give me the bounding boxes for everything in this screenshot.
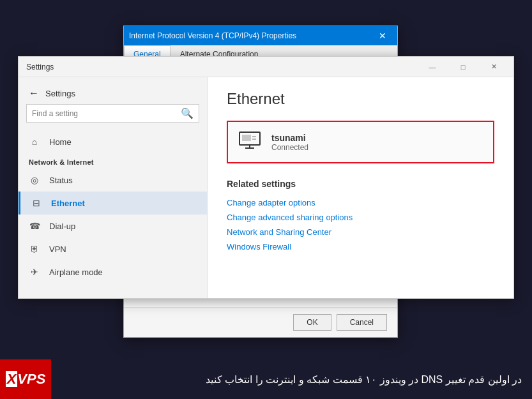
svg-rect-3 — [242, 135, 251, 141]
xvps-logo: XVPS — [0, 359, 51, 399]
ethernet-info: tsunami Connected — [271, 133, 308, 152]
settings-title: Settings — [24, 63, 418, 72]
search-input[interactable] — [32, 109, 177, 118]
ethernet-icon: ⊟ — [31, 198, 42, 208]
settings-titlebar: Settings — □ ✕ — [19, 57, 513, 77]
dialog-title: Internet Protocol Version 4 (TCP/IPv4) P… — [129, 31, 373, 40]
windows-firewall-link[interactable]: Windows Firewall — [227, 239, 494, 254]
network-sharing-center-link[interactable]: Network and Sharing Center — [227, 225, 494, 239]
close-button[interactable]: ✕ — [479, 57, 508, 77]
change-adapter-options-link[interactable]: Change adapter options — [227, 195, 494, 210]
sidebar-section-title: Network & Internet — [19, 153, 207, 169]
sidebar-item-vpn-label: VPN — [49, 245, 66, 254]
ethernet-connection-card[interactable]: tsunami Connected — [227, 121, 494, 163]
ethernet-status: Connected — [271, 143, 308, 152]
sidebar-item-airplane[interactable]: ✈ Airplane mode — [19, 260, 207, 283]
page-title: Ethernet — [227, 90, 494, 108]
logo-text: XVPS — [6, 371, 46, 388]
sidebar-item-home-label: Home — [49, 137, 72, 147]
home-icon: ⌂ — [29, 137, 40, 147]
sidebar-item-airplane-label: Airplane mode — [49, 267, 103, 277]
ethernet-name: tsunami — [271, 133, 308, 143]
airplane-icon: ✈ — [29, 267, 40, 277]
back-button[interactable]: ← Settings — [19, 82, 207, 104]
sidebar-item-dialup[interactable]: ☎ Dial-up — [19, 215, 207, 237]
back-icon: ← — [29, 87, 39, 99]
settings-sidebar: ← Settings 🔍 ⌂ Home Network & Internet ◎… — [19, 77, 208, 298]
settings-main: Ethernet tsunami Connected — [208, 77, 513, 298]
status-icon: ◎ — [29, 175, 40, 185]
sidebar-item-ethernet[interactable]: ⊟ Ethernet — [19, 192, 207, 215]
vpn-icon: ⛨ — [29, 244, 40, 254]
sidebar-item-dialup-label: Dial-up — [49, 222, 75, 231]
svg-rect-4 — [252, 136, 256, 137]
settings-body: ← Settings 🔍 ⌂ Home Network & Internet ◎… — [19, 77, 513, 298]
ok-button[interactable]: OK — [293, 314, 331, 331]
cancel-button[interactable]: Cancel — [337, 314, 387, 331]
sidebar-item-home[interactable]: ⌂ Home — [19, 130, 207, 153]
search-icon: 🔍 — [181, 107, 194, 119]
bottom-banner: XVPS در اولین قدم تغییر DNS در ویندوز ۱۰… — [0, 359, 532, 399]
settings-sidebar-title: Settings — [45, 89, 75, 98]
dialup-icon: ☎ — [29, 221, 40, 231]
change-advanced-sharing-link[interactable]: Change advanced sharing options — [227, 210, 494, 225]
monitor-icon — [238, 131, 261, 153]
titlebar-controls: — □ ✕ — [418, 57, 508, 77]
svg-rect-5 — [252, 139, 256, 140]
sidebar-item-status[interactable]: ◎ Status — [19, 169, 207, 192]
sidebar-item-ethernet-label: Ethernet — [51, 199, 85, 208]
sidebar-item-vpn[interactable]: ⛨ VPN — [19, 237, 207, 260]
banner-text: در اولین قدم تغییر DNS در ویندوز ۱۰ قسمت… — [51, 373, 532, 386]
dialog-footer: OK Cancel — [124, 307, 397, 337]
maximize-button[interactable]: □ — [448, 57, 478, 77]
related-settings-title: Related settings — [227, 179, 494, 189]
sidebar-item-status-label: Status — [49, 176, 73, 185]
minimize-button[interactable]: — — [418, 57, 447, 77]
dialog-titlebar: Internet Protocol Version 4 (TCP/IPv4) P… — [124, 26, 397, 45]
search-box[interactable]: 🔍 — [26, 104, 199, 123]
settings-window: Settings — □ ✕ ← Settings 🔍 ⌂ Home Netwo… — [18, 56, 514, 299]
dialog-close-button[interactable]: ✕ — [373, 27, 392, 44]
